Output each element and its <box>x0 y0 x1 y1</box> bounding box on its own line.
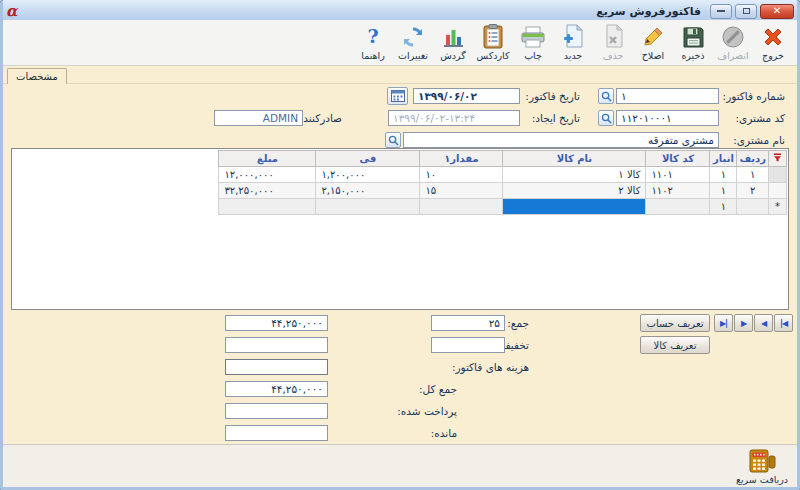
col-header-code[interactable]: کد کالا <box>646 151 710 167</box>
cell-price[interactable]: ۲,۱۵۰,۰۰۰ <box>316 183 420 199</box>
cell-name[interactable]: کالا ۱ <box>503 167 646 183</box>
cell-name[interactable]: کالا ۲ <box>503 183 646 199</box>
calendar-button[interactable] <box>387 87 408 105</box>
search-icon <box>388 135 399 146</box>
invoice-costs-field[interactable] <box>225 359 328 375</box>
new-button[interactable]: جدید <box>553 22 593 61</box>
cell-amount[interactable]: ۳۲,۲۵۰,۰۰۰ <box>219 183 316 199</box>
invoice-no-label: شماره فاکتور: <box>723 90 785 102</box>
app-logo-icon: α <box>6 4 18 19</box>
items-grid[interactable]: ردیف انبار کد کالا نام کالا مقدار۱ فی مب… <box>218 150 787 215</box>
floppy-icon <box>681 23 705 50</box>
cell-code[interactable] <box>646 199 710 215</box>
discount-amount-field[interactable] <box>225 337 328 353</box>
col-header-price[interactable]: فی <box>316 151 420 167</box>
minimize-button[interactable] <box>710 4 732 19</box>
pencil-icon <box>641 23 665 50</box>
delete-button[interactable]: حذف <box>593 22 633 61</box>
balance-field <box>225 425 328 441</box>
cell-amount[interactable]: ۱۲,۰۰۰,۰۰۰ <box>219 167 316 183</box>
search-icon <box>601 113 612 124</box>
cell-qty[interactable]: ۱۵ <box>420 183 503 199</box>
tab-divider <box>3 83 797 84</box>
grid-row-1[interactable]: ۱ ۱ ۱۱۰۱ کالا ۱ ۱۰ ۱,۲۰۰,۰۰۰ ۱۲,۰۰۰,۰۰۰ <box>219 167 787 183</box>
edit-button[interactable]: اصلاح <box>633 22 673 61</box>
cell-amount[interactable] <box>219 199 316 215</box>
invoice-window: α فاکتورفروش سریع ✕ ? راهنما تغییرات گرد… <box>0 0 800 490</box>
cell-row[interactable]: ۱ <box>737 167 769 183</box>
col-header-qty[interactable]: مقدار۱ <box>420 151 503 167</box>
paid-field[interactable] <box>225 403 328 419</box>
cell-row[interactable] <box>737 199 769 215</box>
quick-receive-button[interactable]: دریافت سریع <box>733 446 791 486</box>
nav-next-icon: ▶ <box>741 319 746 328</box>
circulation-button[interactable]: گردش <box>433 22 473 61</box>
cell-name-active[interactable] <box>503 199 646 215</box>
grand-total-label: جمع کل: <box>419 383 457 395</box>
cell-price[interactable] <box>316 199 420 215</box>
define-account-button[interactable]: تعریف حساب <box>640 314 710 332</box>
nav-first-button[interactable]: |◀ <box>774 314 793 332</box>
invoice-no-search-button[interactable] <box>598 88 614 104</box>
help-button[interactable]: ? راهنما <box>353 22 393 61</box>
maximize-button[interactable] <box>735 4 757 19</box>
cell-row[interactable]: ۲ <box>737 183 769 199</box>
maximize-icon <box>743 8 750 14</box>
tab-specifications[interactable]: مشخصات <box>7 68 67 84</box>
cell-price[interactable]: ۱,۲۰۰,۰۰۰ <box>316 167 420 183</box>
cell-qty[interactable] <box>420 199 503 215</box>
invoice-date-label: تاریخ فاکتور: <box>525 90 580 102</box>
cell-store[interactable]: ۱ <box>710 183 737 199</box>
cancel-button[interactable]: انصراف <box>713 22 753 61</box>
cell-store[interactable]: ۱ <box>710 167 737 183</box>
bar-chart-icon <box>441 23 465 50</box>
col-header-row[interactable]: ردیف <box>737 151 769 167</box>
main-toolbar: ? راهنما تغییرات گردش کاردکس چاپ <box>3 20 797 66</box>
nav-next-button[interactable]: ▶ <box>734 314 753 332</box>
discount-pct-field[interactable] <box>431 337 505 353</box>
col-header-amount[interactable]: مبلغ <box>219 151 316 167</box>
customer-code-field[interactable]: ۱۱۲۰۱۰۰۰۱ <box>616 110 719 126</box>
cell-qty[interactable]: ۱۰ <box>420 167 503 183</box>
define-item-button[interactable]: تعریف کالا <box>640 336 710 354</box>
save-button[interactable]: ذخیره <box>673 22 713 61</box>
issuer-field: ADMIN <box>214 110 303 126</box>
customer-name-field[interactable]: مشتری متفرقه <box>403 132 719 148</box>
nav-prev-button[interactable]: ◀ <box>754 314 773 332</box>
customer-name-search-button[interactable] <box>385 132 401 148</box>
tab-strip: مشخصات <box>3 67 797 84</box>
col-header-name[interactable]: نام کالا <box>503 151 646 167</box>
changes-button[interactable]: تغییرات <box>393 22 433 61</box>
nav-first-icon: |◀ <box>780 319 787 328</box>
no-entry-icon <box>721 23 745 50</box>
nav-last-icon: ▶| <box>720 319 727 328</box>
nav-prev-icon: ◀ <box>761 319 766 328</box>
print-button[interactable]: چاپ <box>513 22 553 61</box>
sum-amount-field: ۴۴,۲۵۰,۰۰۰ <box>225 315 328 331</box>
calendar-icon <box>391 90 405 102</box>
window-title: فاکتورفروش سریع <box>590 5 707 18</box>
kardex-button[interactable]: کاردکس <box>473 22 513 61</box>
minimize-icon <box>717 10 725 12</box>
row-selector[interactable] <box>769 167 787 183</box>
delete-page-icon <box>602 23 624 50</box>
invoice-date-field[interactable]: ۱۳۹۹/۰۶/۰۲ <box>413 88 520 104</box>
exit-button[interactable]: خروج <box>753 22 793 61</box>
grid-row-2[interactable]: ۲ ۱ ۱۱۰۲ کالا ۲ ۱۵ ۲,۱۵۰,۰۰۰ ۳۲,۲۵۰,۰۰۰ <box>219 183 787 199</box>
row-selector-new[interactable]: * <box>769 199 787 215</box>
cell-code[interactable]: ۱۱۰۱ <box>646 167 710 183</box>
col-header-store[interactable]: انبار <box>710 151 737 167</box>
nav-last-button[interactable]: ▶| <box>714 314 733 332</box>
exit-icon <box>761 23 785 50</box>
customer-code-search-button[interactable] <box>598 110 614 126</box>
sum-label: جمع: <box>507 317 529 329</box>
filter-button[interactable] <box>769 151 787 167</box>
grid-new-row[interactable]: * ۱ <box>219 199 787 215</box>
row-selector[interactable] <box>769 183 787 199</box>
invoice-costs-label: هزینه های فاکتور: <box>452 361 529 373</box>
cell-store[interactable]: ۱ <box>710 199 737 215</box>
search-icon <box>601 91 612 102</box>
close-button[interactable]: ✕ <box>760 4 794 19</box>
invoice-no-field[interactable]: ۱ <box>616 88 719 104</box>
cell-code[interactable]: ۱۱۰۲ <box>646 183 710 199</box>
